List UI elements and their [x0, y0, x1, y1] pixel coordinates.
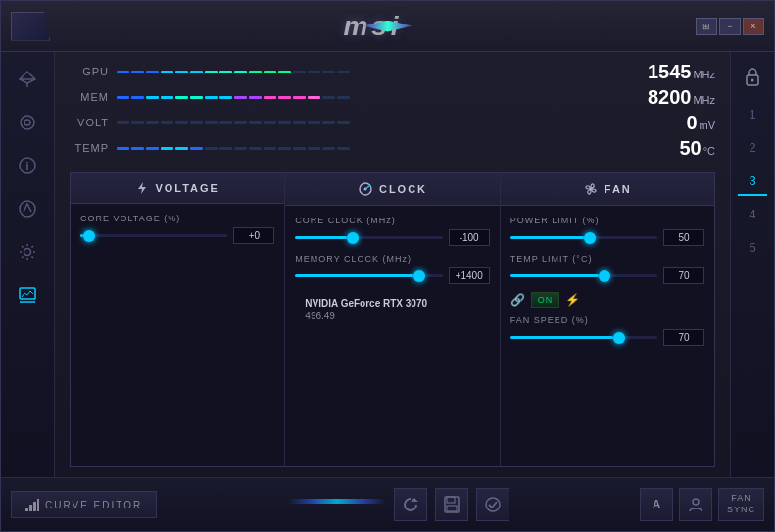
profile-5-button[interactable]: 5: [738, 233, 767, 263]
fan-sync-button[interactable]: FAN SYNC: [718, 488, 764, 520]
svg-marker-19: [411, 498, 418, 502]
fan-on-row: 🔗 ON ⚡: [510, 292, 704, 308]
svg-point-23: [486, 498, 500, 511]
metric-row-mem: MEM: [70, 87, 715, 107]
dash: [161, 147, 173, 150]
dash: [175, 71, 188, 73]
fan-speed-value[interactable]: 70: [663, 329, 704, 346]
dash: [308, 96, 320, 99]
memory-clock-value[interactable]: +1400: [449, 267, 490, 284]
gpu-value-group: 1545 MHz: [637, 62, 715, 81]
profile-2-label: 2: [749, 140, 755, 155]
title-bar: msi ⊞ − ✕: [1, 1, 774, 52]
dash: [131, 121, 144, 124]
dash: [161, 96, 173, 99]
sidebar-item-circle[interactable]: [10, 105, 45, 140]
dash: [161, 71, 173, 73]
svg-point-2: [21, 116, 34, 129]
sidebar-item-monitor[interactable]: [10, 277, 45, 313]
apply-button[interactable]: [476, 488, 509, 521]
dash: [322, 96, 335, 99]
core-clock-value[interactable]: -100: [449, 229, 490, 246]
dash: [205, 147, 218, 150]
dash: [308, 71, 320, 73]
fan-speed-group: FAN SPEED (%) 70: [510, 315, 704, 346]
curve-editor-button[interactable]: CURVE EDITOR: [11, 491, 157, 518]
temp-limit-thumb[interactable]: [599, 270, 610, 282]
temp-limit-track[interactable]: [510, 274, 657, 277]
memory-clock-track[interactable]: [295, 274, 442, 277]
lock-icon[interactable]: [738, 62, 767, 91]
profile-a-button[interactable]: A: [640, 488, 673, 521]
power-limit-thumb[interactable]: [584, 232, 596, 244]
link-icon: 🔗: [510, 293, 525, 307]
fan-on-button[interactable]: ON: [531, 292, 560, 308]
power-limit-track[interactable]: [510, 236, 657, 239]
voltage-panel: VOLTAGE CORE VOLTAGE (%) +0: [71, 173, 285, 466]
power-limit-value[interactable]: 50: [663, 229, 704, 246]
svg-rect-22: [447, 506, 457, 511]
dash: [175, 96, 188, 99]
profile-3-button[interactable]: 3: [738, 167, 767, 196]
fan-on-label: ON: [538, 295, 554, 305]
gpu-freq: 496.49: [305, 311, 479, 321]
dash: [293, 71, 306, 73]
sidebar-item-info[interactable]: i: [10, 148, 45, 183]
sidebar-item-settings[interactable]: [10, 234, 45, 269]
memory-clock-label: MEMORY CLOCK (MHz): [295, 254, 489, 264]
memory-clock-slider-row: +1400: [295, 267, 489, 284]
user-button[interactable]: [679, 488, 712, 521]
core-voltage-label: CORE VOLTAGE (%): [80, 214, 274, 223]
title-bar-logo: msi: [50, 11, 696, 42]
dash: [278, 71, 291, 73]
minimize-button[interactable]: −: [719, 18, 741, 35]
dash: [219, 71, 232, 73]
dash: [190, 96, 203, 99]
gpu-info: NVIDIA GeForce RTX 3070 496.49: [295, 292, 489, 327]
core-voltage-slider-row: +0: [80, 227, 274, 244]
svg-marker-10: [138, 182, 146, 194]
temp-value: 50: [679, 138, 701, 158]
power-limit-group: POWER LIMIT (%) 50: [510, 216, 704, 246]
temp-dashes: [117, 147, 629, 150]
fan-speed-thumb[interactable]: [613, 332, 625, 344]
chart-icon: [25, 498, 39, 511]
volt-bar-container: [117, 116, 629, 129]
sidebar-item-oc[interactable]: [10, 191, 45, 226]
fan-speed-slider-row: 70: [510, 329, 704, 346]
close-button[interactable]: ✕: [743, 18, 764, 35]
fan-panel-header: FAN: [501, 173, 714, 206]
sidebar-item-airplane[interactable]: [10, 62, 45, 97]
dash: [337, 121, 350, 124]
core-clock-label: CORE CLOCK (MHz): [295, 216, 489, 225]
win-button[interactable]: ⊞: [696, 18, 717, 35]
dash: [249, 147, 262, 150]
volt-value: 0: [686, 113, 697, 132]
mem-value: 8200: [648, 87, 692, 107]
save-button[interactable]: [435, 488, 468, 521]
core-voltage-value[interactable]: +0: [233, 227, 274, 244]
dash: [337, 96, 350, 99]
bolt-icon: ⚡: [565, 293, 580, 307]
dash: [322, 121, 335, 124]
core-clock-thumb[interactable]: [347, 232, 359, 244]
dash: [219, 96, 232, 99]
profile-2-button[interactable]: 2: [738, 133, 767, 163]
fan-speed-track[interactable]: [510, 336, 657, 339]
core-voltage-thumb[interactable]: [83, 230, 95, 242]
dash: [249, 96, 262, 99]
core-voltage-track[interactable]: [80, 234, 227, 237]
dash: [175, 147, 188, 150]
memory-clock-thumb[interactable]: [413, 270, 425, 282]
dash: [146, 121, 159, 124]
profile-1-button[interactable]: 1: [738, 100, 767, 129]
dash: [308, 147, 320, 150]
temp-limit-value[interactable]: 70: [663, 267, 704, 284]
svg-rect-18: [37, 499, 39, 511]
profile-4-button[interactable]: 4: [738, 200, 767, 229]
core-clock-track[interactable]: [295, 236, 442, 239]
curve-editor-label: CURVE EDITOR: [45, 500, 142, 510]
svg-point-14: [751, 79, 754, 82]
reset-button[interactable]: [394, 488, 427, 521]
dash: [293, 121, 306, 124]
